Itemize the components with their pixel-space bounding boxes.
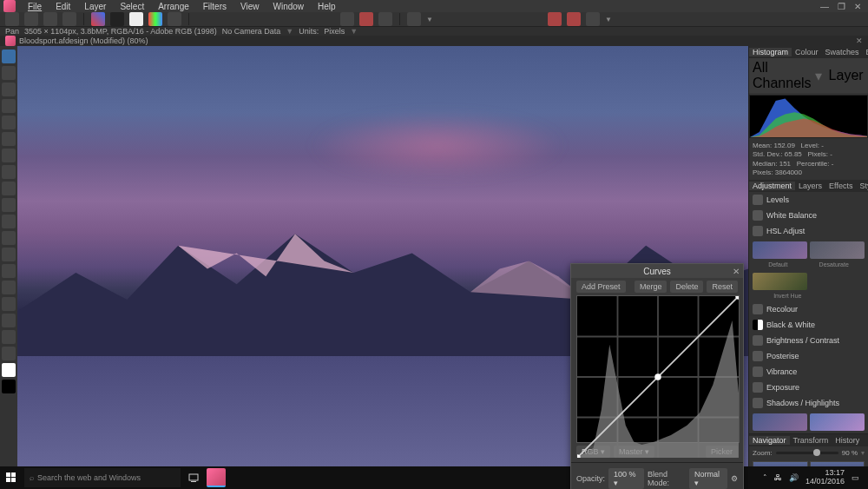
toolbar-assistant[interactable] bbox=[586, 12, 600, 26]
tab-layers[interactable]: Layers bbox=[795, 182, 825, 190]
context-units-value[interactable]: Pixels bbox=[324, 27, 345, 36]
document-tab[interactable]: Bloodsport.afdesign (Modified) (80%) ✕ bbox=[0, 36, 868, 46]
tool-move[interactable] bbox=[2, 66, 16, 80]
adjustment-hsl[interactable]: HSL Adjust bbox=[749, 223, 868, 239]
tab-adjustment[interactable]: Adjustment bbox=[749, 182, 795, 190]
preset-sh-1[interactable] bbox=[753, 413, 807, 431]
taskbar-clock[interactable]: 13:17 14/01/2016 bbox=[806, 469, 845, 486]
gear-icon[interactable]: ⚙ bbox=[731, 474, 738, 483]
maximize-icon[interactable]: ❐ bbox=[838, 2, 845, 11]
taskbar-search[interactable]: ⌕ Search the web and Windows bbox=[24, 468, 181, 487]
tab-history[interactable]: History bbox=[832, 436, 863, 445]
tab-transform[interactable]: Transform bbox=[790, 436, 832, 445]
toolbar-auto-colors[interactable] bbox=[148, 12, 162, 26]
preset-sh-2[interactable] bbox=[810, 413, 865, 431]
menu-view[interactable]: View bbox=[233, 2, 266, 11]
tool-redeye[interactable] bbox=[2, 297, 16, 311]
menu-select[interactable]: Select bbox=[113, 2, 151, 11]
tab-histogram[interactable]: Histogram bbox=[749, 48, 792, 56]
menu-arrange[interactable]: Arrange bbox=[151, 2, 196, 11]
tool-flood[interactable] bbox=[2, 165, 16, 179]
tab-swatches[interactable]: Swatches bbox=[822, 48, 863, 56]
toolbar-auto-contrast[interactable] bbox=[129, 12, 143, 26]
toolbar-persona-liquify[interactable] bbox=[24, 12, 38, 26]
tab-styles[interactable]: Styles bbox=[856, 182, 868, 190]
tool-shape[interactable] bbox=[2, 330, 16, 344]
tool-pen[interactable] bbox=[2, 314, 16, 327]
adjustment-vibrance[interactable]: Vibrance bbox=[749, 364, 868, 380]
tool-brush[interactable] bbox=[2, 198, 16, 212]
chevron-down-icon[interactable]: ▼ bbox=[350, 27, 358, 36]
document-close-icon[interactable]: ✕ bbox=[856, 36, 863, 45]
tool-crop[interactable] bbox=[2, 99, 16, 113]
curves-add-preset-button[interactable]: Add Preset bbox=[576, 281, 626, 293]
toolbar-swatches[interactable] bbox=[91, 12, 105, 26]
tool-foreground-swatch[interactable] bbox=[2, 363, 16, 377]
toolbar-selection-add[interactable] bbox=[359, 12, 373, 26]
tool-pan[interactable] bbox=[2, 50, 16, 63]
toolbar-selection-sub[interactable] bbox=[378, 12, 392, 26]
taskbar-app-affinity[interactable] bbox=[207, 468, 226, 487]
tool-clone[interactable] bbox=[2, 248, 16, 261]
tool-background-swatch[interactable] bbox=[2, 380, 16, 393]
menu-help[interactable]: Help bbox=[311, 2, 343, 11]
preset-invert-hue[interactable] bbox=[753, 273, 807, 290]
curves-close-icon[interactable]: ✕ bbox=[733, 267, 740, 276]
canvas[interactable]: Curves ✕ Add Preset Merge Delete Reset bbox=[17, 46, 748, 489]
context-camera[interactable]: No Camera Data bbox=[222, 27, 281, 36]
preset-desaturate[interactable] bbox=[810, 241, 865, 259]
adjustment-brightness-contrast[interactable]: Brightness / Contrast bbox=[749, 333, 868, 348]
chevron-down-icon[interactable]: ▼ bbox=[605, 16, 612, 23]
start-button[interactable] bbox=[0, 466, 23, 489]
tool-fill[interactable] bbox=[2, 215, 16, 228]
toolbar-snap[interactable] bbox=[548, 12, 562, 26]
curves-reset-button[interactable]: Reset bbox=[707, 281, 738, 293]
tray-network-icon[interactable]: 🖧 bbox=[774, 473, 782, 482]
close-icon[interactable]: ✕ bbox=[854, 2, 861, 11]
adjustment-black-white[interactable]: Black & White bbox=[749, 317, 868, 333]
zoom-slider[interactable] bbox=[776, 452, 838, 454]
menu-edit[interactable]: Edit bbox=[49, 2, 77, 11]
toolbar-persona-photo[interactable] bbox=[5, 12, 19, 26]
curves-blend-value[interactable]: Normal ▾ bbox=[689, 468, 727, 489]
adjustment-levels[interactable]: Levels bbox=[749, 192, 868, 208]
zoom-slider-thumb[interactable] bbox=[813, 449, 820, 456]
histogram-channels-select[interactable]: All Channels bbox=[753, 60, 812, 91]
chevron-down-icon[interactable]: ▾ bbox=[815, 68, 822, 84]
adjustment-recolour[interactable]: Recolour bbox=[749, 301, 868, 317]
tray-notifications-icon[interactable]: ▭ bbox=[852, 473, 859, 482]
tray-volume-icon[interactable]: 🔊 bbox=[789, 473, 799, 482]
task-view-button[interactable] bbox=[184, 468, 203, 487]
zoom-value[interactable]: 90 % bbox=[842, 449, 858, 457]
curves-opacity-value[interactable]: 100 % ▾ bbox=[608, 468, 644, 489]
tab-effects[interactable]: Effects bbox=[825, 182, 856, 190]
toolbar-selection-new[interactable] bbox=[340, 12, 354, 26]
tool-text[interactable] bbox=[2, 347, 16, 360]
tool-erase[interactable] bbox=[2, 231, 16, 245]
adjustment-shadows-highlights[interactable]: Shadows / Highlights bbox=[749, 395, 868, 411]
tool-colorpicker[interactable] bbox=[2, 83, 16, 96]
tray-chevron-icon[interactable]: ˄ bbox=[763, 473, 767, 482]
menu-filters[interactable]: Filters bbox=[196, 2, 233, 11]
tab-colour[interactable]: Colour bbox=[792, 48, 822, 56]
tool-blur[interactable] bbox=[2, 281, 16, 294]
tab-navigator[interactable]: Navigator bbox=[749, 436, 790, 445]
tab-brushes[interactable]: Brushes bbox=[863, 48, 868, 56]
tool-dodge[interactable] bbox=[2, 264, 16, 278]
curves-delete-button[interactable]: Delete bbox=[670, 281, 703, 293]
curves-titlebar[interactable]: Curves ✕ bbox=[571, 264, 743, 278]
menu-window[interactable]: Window bbox=[266, 2, 311, 11]
toolbar-align[interactable] bbox=[567, 12, 581, 26]
menu-layer[interactable]: Layer bbox=[77, 2, 113, 11]
curves-merge-button[interactable]: Merge bbox=[635, 281, 667, 293]
adjustment-exposure[interactable]: Exposure bbox=[749, 380, 868, 395]
toolbar-persona-export[interactable] bbox=[62, 12, 76, 26]
tool-selection-rect[interactable] bbox=[2, 116, 16, 129]
tool-gradient[interactable] bbox=[2, 182, 16, 195]
toolbar-persona-develop[interactable] bbox=[43, 12, 57, 26]
curves-graph[interactable] bbox=[576, 295, 740, 443]
chevron-down-icon[interactable]: ▼ bbox=[426, 16, 433, 23]
menu-file[interactable]: File bbox=[21, 2, 49, 11]
chevron-down-icon[interactable]: ▼ bbox=[286, 27, 293, 36]
chevron-down-icon[interactable]: ▾ bbox=[861, 449, 865, 457]
